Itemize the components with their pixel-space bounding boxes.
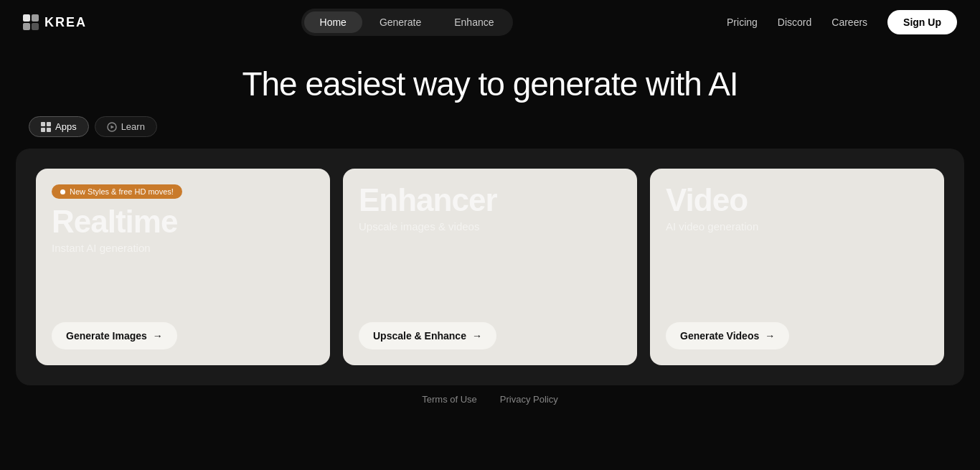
filter-tabs-row: Apps Learn	[0, 116, 980, 137]
nav-right: Pricing Discord Careers Sign Up	[727, 10, 957, 34]
nav-link-discord[interactable]: Discord	[778, 17, 811, 28]
svg-rect-0	[23, 14, 30, 22]
card-realtime-badge: New Styles & free HD moves!	[52, 184, 182, 199]
badge-dot	[60, 189, 65, 194]
svg-rect-7	[47, 128, 51, 132]
generate-images-button[interactable]: Generate Images →	[52, 322, 177, 349]
nav-tabs: Home Generate Enhance	[301, 9, 513, 36]
brand-name: KREA	[44, 15, 87, 30]
card-realtime-title: Realtime	[52, 206, 314, 238]
filter-tab-learn-label: Learn	[121, 121, 145, 132]
arrow-icon: →	[765, 330, 775, 342]
card-realtime: New Styles & free HD moves! Realtime Ins…	[36, 169, 330, 365]
footer-strip: Terms of Use Privacy Policy	[0, 385, 980, 405]
card-realtime-subtitle: Instant AI generation	[52, 242, 314, 254]
generate-images-label: Generate Images	[66, 330, 147, 342]
generate-videos-label: Generate Videos	[680, 330, 759, 342]
hero-section: The easiest way to generate with AI	[0, 44, 980, 116]
filter-tab-learn[interactable]: Learn	[95, 116, 157, 137]
footer-privacy[interactable]: Privacy Policy	[500, 394, 558, 405]
card-video: Video AI video generation Generate Video…	[650, 169, 944, 365]
arrow-icon: →	[153, 330, 163, 342]
card-video-subtitle: AI video generation	[666, 220, 928, 232]
svg-rect-5	[47, 122, 51, 126]
svg-rect-3	[32, 23, 39, 30]
card-realtime-top: New Styles & free HD moves! Realtime Ins…	[52, 184, 314, 254]
signup-button[interactable]: Sign Up	[887, 10, 957, 34]
upscale-enhance-label: Upscale & Enhance	[373, 330, 466, 342]
card-enhancer-subtitle: Upscale images & videos	[359, 220, 621, 232]
hero-title: The easiest way to generate with AI	[0, 65, 980, 103]
play-icon	[107, 122, 117, 132]
svg-rect-1	[32, 14, 39, 22]
svg-rect-4	[41, 122, 45, 126]
arrow-icon: →	[472, 330, 482, 342]
nav-link-pricing[interactable]: Pricing	[727, 17, 758, 28]
grid-icon	[41, 122, 51, 132]
cards-section: New Styles & free HD moves! Realtime Ins…	[16, 149, 964, 385]
card-enhancer-title: Enhancer	[359, 184, 621, 216]
card-enhancer: Enhancer Upscale images & videos Upscale…	[343, 169, 637, 365]
generate-videos-button[interactable]: Generate Videos →	[666, 322, 789, 349]
svg-rect-2	[23, 23, 30, 30]
nav-link-careers[interactable]: Careers	[831, 17, 867, 28]
navbar: KREA Home Generate Enhance Pricing Disco…	[0, 0, 980, 44]
upscale-enhance-button[interactable]: Upscale & Enhance →	[359, 322, 496, 349]
nav-tab-generate[interactable]: Generate	[364, 11, 437, 33]
brand-logo[interactable]: KREA	[23, 14, 87, 30]
filter-tab-apps[interactable]: Apps	[29, 116, 89, 137]
nav-tab-enhance[interactable]: Enhance	[438, 11, 509, 33]
footer-terms[interactable]: Terms of Use	[422, 394, 477, 405]
card-enhancer-top: Enhancer Upscale images & videos	[359, 184, 621, 232]
nav-tab-home[interactable]: Home	[304, 11, 362, 33]
card-video-title: Video	[666, 184, 928, 216]
krea-logo-icon	[23, 14, 39, 30]
svg-rect-6	[41, 128, 45, 132]
card-video-top: Video AI video generation	[666, 184, 928, 232]
svg-marker-9	[110, 125, 114, 128]
filter-tab-apps-label: Apps	[55, 121, 77, 132]
badge-text: New Styles & free HD moves!	[70, 187, 174, 196]
